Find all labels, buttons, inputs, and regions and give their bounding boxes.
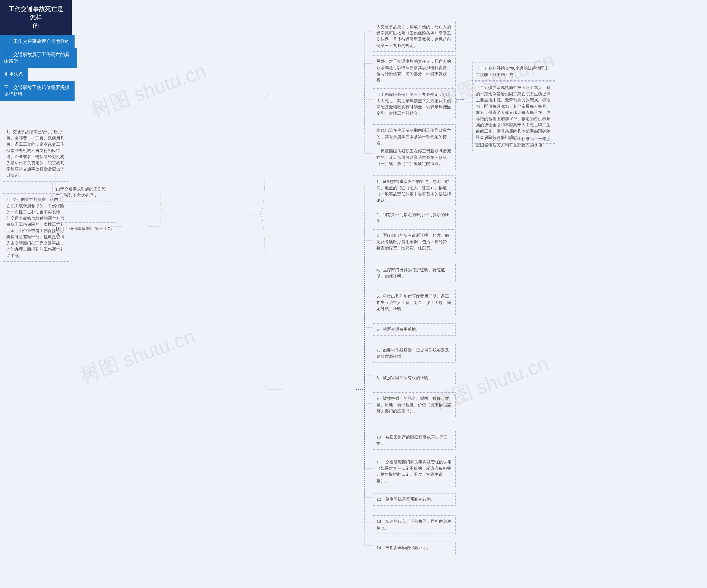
b1-node-2[interactable]: 另外，对于交通事故的责任人，死亡人的近亲属还可以依法要求其承担侵权责任，但两种赔…	[373, 55, 456, 86]
branch-3[interactable]: 三、交通事故工伤赔偿需要提供哪些材料	[0, 81, 74, 101]
b3-node-4[interactable]: 4、医疗部门出具的陪护证明、转院证明、病休证明。	[373, 264, 456, 283]
b1-node-3c[interactable]: （三）一次性工亡补助金标准为上一年度全国城镇居民人均可支配收入的20倍。	[472, 133, 555, 151]
root-title-line2: 的	[33, 22, 39, 29]
b3-node-5[interactable]: 5、单位出具的垫付医疗费用证明、误工损失（受害人工资、奖金、误工天数、固定补贴）…	[373, 290, 456, 315]
b3-node-3[interactable]: 3、医疗部门的所有诊断证明、处方、病历及各项医疗费用单据，包括：挂号费、检查治疗…	[373, 229, 456, 254]
b3-node-1[interactable]: 1、证明损害事实发生的经过、原因、时间、地点的书证（证人、证言）、物证 （一般事…	[373, 175, 456, 206]
b4-node-1[interactable]: [1]《工伤保险条例》 第三十九条	[53, 222, 116, 241]
b3-node-11[interactable]: 11、交通管理部门有关事实及责任的认定 （如果对责任认定不服的，应该准备相关证据…	[373, 456, 456, 487]
b1-node-1[interactable]: 因交通事故死亡，构成工伤的，死亡人的近亲属可以按照《工伤保险条例》享受工伤待遇，…	[373, 21, 456, 52]
branch-4[interactable]: 引用法条	[0, 68, 28, 81]
branch-1[interactable]: 一、工伤交通事故死亡是怎样的	[0, 35, 74, 48]
b3-node-8[interactable]: 8、被损害财产所有权的证明。	[373, 372, 456, 384]
b1-node-5[interactable]: 一级至四级伤残职工在停工留薪期满后死亡的，其近亲属可以享受本条第一款第（一）项、…	[373, 145, 456, 170]
b3-node-12[interactable]: 12、肇事司机是否系职务行为。	[373, 493, 456, 505]
b3-node-10[interactable]: 10、被损害财产的毁损程度或灭失等证据。	[373, 431, 456, 450]
b1-node-3a[interactable]: （一）丧葬补助金为6个月的统筹地区上年度职工月平均工资；	[472, 62, 555, 81]
b3-node-2[interactable]: 2、到有关部门指定的医疗部门就诊的证明。	[373, 208, 456, 227]
b3-node-7[interactable]: 7、如要求伤残赔偿，需提供伤残鉴定及赔偿数额依据。	[373, 344, 456, 362]
mindmap-container: 工伤交通事故死亡是怎样 的 一、工伤交通事故死亡是怎样的 因交通事故死亡，构成工…	[0, 0, 707, 588]
b3-node-9[interactable]: 9、被损害财产的品名、规格、数额、数量、质地、新旧程度、价值（贵重物品需有关部门…	[373, 392, 456, 417]
branch-2[interactable]: 二、交通事故属于工伤死亡的具体赔偿	[0, 48, 77, 68]
connector-lines	[0, 0, 707, 588]
root-title-line1: 工伤交通事故死亡是怎样	[8, 5, 63, 21]
b3-node-6[interactable]: 6、就医交通费用单据。	[373, 323, 456, 336]
b2-node-1[interactable]: 1、交通事故赔偿已给付了医疗费、丧葬费、护理费、残疾用具费、误工工资的，企业或者…	[3, 126, 69, 182]
b1-node-3[interactable]: 《工伤保险条例》第三十九条规定，职工因工死亡，其近亲属按照下列规定从工伤保险基金…	[373, 89, 456, 119]
root-node[interactable]: 工伤交通事故死亡是怎样 的	[0, 0, 72, 35]
b3-node-14[interactable]: 14、被损害车辆的保险证明。	[373, 542, 456, 554]
b3-node-13[interactable]: 13、车辆的行车、运营执照，司机的驾驶执照。	[373, 515, 456, 534]
